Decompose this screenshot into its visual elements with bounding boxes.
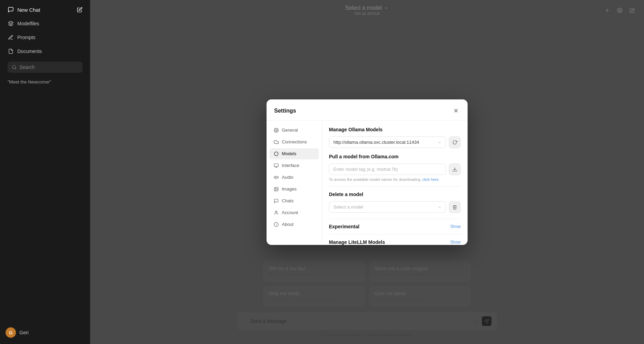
avatar: G xyxy=(6,327,16,338)
layers-icon xyxy=(8,20,14,27)
model-tag-input[interactable] xyxy=(329,164,446,175)
manage-ollama-title: Manage Ollama Models xyxy=(329,127,461,132)
nav-connections[interactable]: Connections xyxy=(269,136,319,148)
modal-nav: General Connections Models xyxy=(267,121,322,245)
modal-body: General Connections Models xyxy=(267,121,468,245)
dropdown-chevron-icon xyxy=(437,140,442,144)
nav-images-label: Images xyxy=(282,186,297,192)
litellm-label: Manage LiteLLM Models xyxy=(329,239,385,245)
modal-main-content: Manage Ollama Models http://ollama.ollam… xyxy=(322,121,468,245)
user-name: Geri xyxy=(19,330,28,335)
nav-general[interactable]: General xyxy=(269,125,319,136)
modal-overlay[interactable]: Settings ✕ General xyxy=(90,0,644,344)
experimental-section[interactable]: Experimental Show xyxy=(329,224,461,229)
sidebar: New Chat Modelfiles Prompts xyxy=(0,0,90,344)
delete-model-title: Delete a model xyxy=(329,192,461,197)
speaker-icon xyxy=(273,175,279,180)
search-bar[interactable]: Search xyxy=(2,59,88,76)
delete-dropdown-chevron xyxy=(437,205,442,209)
svg-point-17 xyxy=(276,211,277,212)
delete-model-button[interactable] xyxy=(449,201,461,213)
nav-account[interactable]: Account xyxy=(269,207,319,218)
monitor-icon xyxy=(273,163,279,168)
svg-rect-11 xyxy=(274,164,278,166)
nav-about-label: About xyxy=(282,222,294,227)
documents-label: Documents xyxy=(17,48,42,54)
chat-bubble-icon xyxy=(273,198,279,204)
refresh-ollama-button[interactable] xyxy=(449,136,461,148)
svg-line-2 xyxy=(15,68,16,69)
litellm-section[interactable]: Manage LiteLLM Models Show xyxy=(329,239,461,245)
nav-audio-label: Audio xyxy=(282,175,293,180)
main-area: Select a model Set as default Tell me a … xyxy=(90,0,644,344)
svg-point-16 xyxy=(275,188,276,189)
svg-marker-0 xyxy=(8,21,13,24)
account-icon xyxy=(273,210,279,215)
cube-icon xyxy=(273,151,279,157)
nav-models[interactable]: Models xyxy=(269,148,319,159)
nav-account-label: Account xyxy=(282,210,298,215)
ollama-url-value: http://ollama.ollama.svc.cluster.local:1… xyxy=(333,140,419,145)
chat-icon xyxy=(8,7,14,13)
sidebar-item-prompts[interactable]: Prompts xyxy=(2,31,88,44)
svg-point-1 xyxy=(12,65,16,69)
nav-chats[interactable]: Chats xyxy=(269,195,319,206)
image-icon xyxy=(273,186,279,192)
nav-about[interactable]: About xyxy=(269,219,319,230)
sidebar-item-documents[interactable]: Documents xyxy=(2,45,88,58)
experimental-show-button[interactable]: Show xyxy=(450,224,461,229)
search-icon xyxy=(12,65,17,70)
modelfiles-label: Modelfiles xyxy=(17,21,39,26)
edit-icon[interactable] xyxy=(77,7,82,12)
experimental-label: Experimental xyxy=(329,224,359,229)
nav-audio[interactable]: Audio xyxy=(269,172,319,183)
ollama-url-dropdown[interactable]: http://ollama.ollama.svc.cluster.local:1… xyxy=(329,136,446,148)
info-icon xyxy=(273,222,279,227)
svg-point-10 xyxy=(276,130,277,131)
modal-header: Settings ✕ xyxy=(267,99,468,121)
delete-model-dropdown[interactable]: Select a model xyxy=(329,201,446,213)
cloud-icon xyxy=(273,139,279,145)
pull-hint: To access the available model names for … xyxy=(329,177,461,182)
new-chat-label: New Chat xyxy=(17,7,40,13)
pull-model-title: Pull a model from Ollama.com xyxy=(329,154,461,159)
svg-marker-14 xyxy=(274,176,276,178)
gear-icon xyxy=(273,127,279,133)
new-chat-button[interactable]: New Chat xyxy=(2,3,88,16)
sidebar-item-modelfiles[interactable]: Modelfiles xyxy=(2,17,88,30)
delete-model-row: Select a model xyxy=(329,201,461,213)
nav-general-label: General xyxy=(282,127,298,133)
nav-interface-label: Interface xyxy=(282,163,299,168)
prompts-label: Prompts xyxy=(17,35,35,40)
nav-models-label: Models xyxy=(282,151,296,156)
user-profile[interactable]: G Geri xyxy=(0,324,90,341)
document-icon xyxy=(8,48,14,54)
ollama-url-row: http://ollama.ollama.svc.cluster.local:1… xyxy=(329,136,461,148)
pen-icon xyxy=(8,34,14,41)
litellm-show-button[interactable]: Show xyxy=(450,240,461,245)
modal-close-button[interactable]: ✕ xyxy=(452,106,460,116)
delete-model-placeholder: Select a model xyxy=(333,204,363,210)
download-model-button[interactable] xyxy=(449,164,461,175)
pull-model-row xyxy=(329,164,461,175)
hint-link[interactable]: click here. xyxy=(423,177,440,182)
settings-modal: Settings ✕ General xyxy=(267,99,468,245)
nav-interface[interactable]: Interface xyxy=(269,160,319,171)
nav-images[interactable]: Images xyxy=(269,184,319,195)
modal-title: Settings xyxy=(274,108,296,114)
search-placeholder: Search xyxy=(19,64,35,70)
nav-chats-label: Chats xyxy=(282,198,294,203)
history-item[interactable]: "Meet the Newcomer" xyxy=(2,77,88,87)
nav-connections-label: Connections xyxy=(282,139,307,144)
history-item-label: "Meet the Newcomer" xyxy=(8,79,51,85)
